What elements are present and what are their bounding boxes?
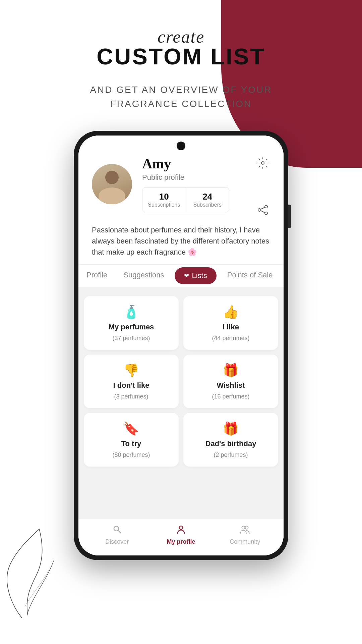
list-count-i-like: (44 perfumes) <box>212 335 249 342</box>
list-count-to-try: (80 perfumes) <box>112 451 150 459</box>
dislike-icon: 👎 <box>123 363 139 378</box>
svg-point-2 <box>258 209 261 211</box>
people-icon <box>240 525 250 536</box>
svg-point-1 <box>265 205 267 208</box>
list-name-wishlist: Wishlist <box>217 381 245 390</box>
nav-discover-label: Discover <box>105 538 129 545</box>
subscribers-label: Subscribers <box>191 202 225 208</box>
nav-community[interactable]: Community <box>213 525 277 545</box>
lists-grid: 🧴 My perfumes (37 perfumes) 👍 I like (44… <box>78 291 284 519</box>
perfume-icon: 🧴 <box>123 305 139 319</box>
profile-status: Public profile <box>142 173 270 182</box>
tab-suggestions[interactable]: Suggestions <box>115 265 172 287</box>
list-i-like[interactable]: 👍 I like (44 perfumes) <box>183 296 278 350</box>
list-count-wishlist: (16 perfumes) <box>212 393 249 400</box>
tab-profile[interactable]: Profile <box>78 265 115 287</box>
bio-text: Passionate about perfumes and their hist… <box>78 219 284 264</box>
header-section: create CUSTOM LIST AND GET AN OVERVIEW O… <box>0 27 362 111</box>
phone-screen: Amy Public profile 10 Subscriptions 24 S… <box>78 136 284 555</box>
deco-leaf <box>0 523 67 624</box>
avatar <box>92 164 132 204</box>
subscribers-stat[interactable]: 24 Subscribers <box>186 187 229 212</box>
list-name-i-like: I like <box>223 323 239 331</box>
heart-icon: ❤ <box>184 272 189 279</box>
profile-name: Amy <box>142 156 270 172</box>
nav-discover[interactable]: Discover <box>85 525 149 545</box>
svg-point-10 <box>245 526 248 529</box>
svg-line-4 <box>261 207 265 209</box>
list-to-try[interactable]: 🔖 To try (80 perfumes) <box>84 413 179 467</box>
subscriptions-count: 10 <box>147 192 181 202</box>
svg-point-8 <box>179 526 183 529</box>
list-name-i-dont-like: I don't like <box>113 381 149 390</box>
nav-my-profile-label: My profile <box>167 538 195 545</box>
list-wishlist[interactable]: 🎁 Wishlist (16 perfumes) <box>183 355 278 408</box>
tabs-row: Profile Suggestions ❤ Lists Points of Sa… <box>78 264 284 287</box>
subscriptions-label: Subscriptions <box>147 202 181 208</box>
screen-content: Amy Public profile 10 Subscriptions 24 S… <box>78 136 284 555</box>
like-icon: 👍 <box>223 305 239 319</box>
profile-info: Amy Public profile 10 Subscriptions 24 S… <box>142 156 270 212</box>
list-count-my-perfumes: (37 perfumes) <box>112 335 150 342</box>
avatar-image <box>92 164 132 204</box>
svg-point-9 <box>242 526 245 529</box>
tab-divider <box>78 287 284 291</box>
subscribers-count: 24 <box>191 192 225 202</box>
list-count-i-dont-like: (3 perfumes) <box>114 393 148 400</box>
tab-points-of-sale[interactable]: Points of Sale <box>219 265 281 287</box>
bookmark-icon: 🔖 <box>123 421 139 436</box>
list-count-dads-birthday: (2 perfumes) <box>214 451 248 459</box>
phone-mockup: Amy Public profile 10 Subscriptions 24 S… <box>74 131 288 560</box>
wishlist-icon: 🎁 <box>223 363 239 378</box>
svg-point-0 <box>261 162 264 164</box>
phone-outer: Amy Public profile 10 Subscriptions 24 S… <box>74 131 288 560</box>
person-icon <box>176 525 186 536</box>
nav-my-profile[interactable]: My profile <box>149 525 213 545</box>
list-name-to-try: To try <box>121 439 141 448</box>
svg-line-7 <box>118 531 121 533</box>
header-custom-label: CUSTOM LIST <box>0 43 362 69</box>
phone-camera <box>177 142 185 150</box>
list-my-perfumes[interactable]: 🧴 My perfumes (37 perfumes) <box>84 296 179 350</box>
search-icon <box>112 525 122 536</box>
tab-lists[interactable]: ❤ Lists <box>175 267 216 284</box>
svg-point-3 <box>265 212 267 215</box>
share-icon[interactable] <box>255 203 270 217</box>
header-subtitle: AND GET AN OVERVIEW OF YOUR FRAGRANCE CO… <box>0 83 362 111</box>
nav-community-label: Community <box>230 538 260 545</box>
settings-icon[interactable] <box>255 156 270 170</box>
list-i-dont-like[interactable]: 👎 I don't like (3 perfumes) <box>84 355 179 408</box>
bottom-navigation: Discover My profile <box>78 519 284 555</box>
profile-top-row: Amy Public profile 10 Subscriptions 24 S… <box>92 156 270 212</box>
list-dads-birthday[interactable]: 🎁 Dad's birthday (2 perfumes) <box>183 413 278 467</box>
gift-icon: 🎁 <box>223 421 239 436</box>
list-name-my-perfumes: My perfumes <box>109 323 154 331</box>
list-name-dads-birthday: Dad's birthday <box>205 439 256 448</box>
stats-row: 10 Subscriptions 24 Subscribers <box>142 187 229 212</box>
svg-line-5 <box>261 211 265 213</box>
subscriptions-stat[interactable]: 10 Subscriptions <box>142 187 186 212</box>
